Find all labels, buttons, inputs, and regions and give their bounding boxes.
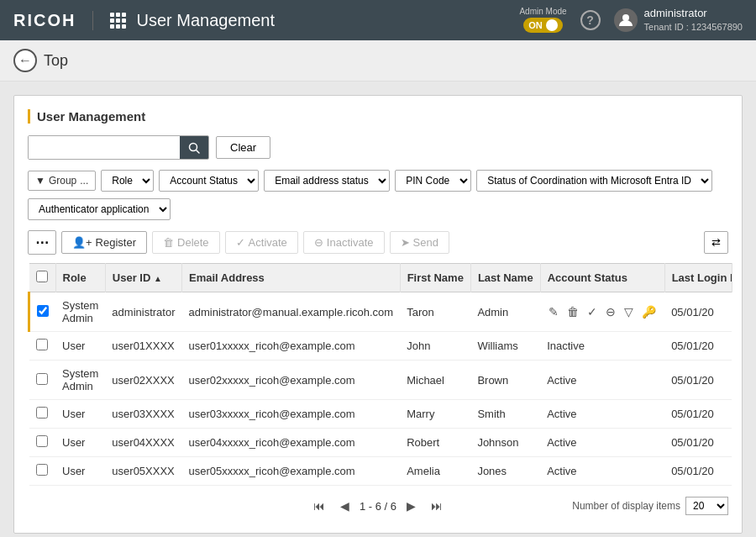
- row-checkbox[interactable]: [37, 305, 49, 317]
- toggle-circle: [546, 19, 558, 31]
- table-row: System Adminadministratoradministrator@m…: [29, 292, 732, 332]
- admin-mode-toggle[interactable]: ON: [523, 18, 563, 33]
- table-row: Useruser01XXXXuser01xxxxx_ricoh@example.…: [29, 332, 732, 361]
- col-email[interactable]: Email Address: [181, 264, 400, 292]
- row-actions: ✎🗑✓⊖▽🔑: [547, 303, 658, 320]
- cell-account-status: Inactive: [540, 332, 664, 361]
- cell-account-status: Active: [540, 400, 664, 429]
- more-button[interactable]: ⋯: [28, 230, 56, 255]
- delete-icon[interactable]: 🗑: [565, 303, 580, 320]
- filter-row-2: Authenticator application: [28, 198, 728, 220]
- filter-coordination[interactable]: Status of Coordination with Microsoft En…: [476, 170, 712, 192]
- activate-button[interactable]: ✓ Activate: [225, 231, 298, 254]
- last-page-button[interactable]: ⏭: [426, 496, 448, 516]
- cell-last-login: 05/01/20: [664, 361, 732, 400]
- first-page-button[interactable]: ⏮: [308, 496, 330, 516]
- display-items-label: Number of display items: [572, 500, 680, 512]
- col-userid[interactable]: User ID ▲: [105, 264, 181, 292]
- col-firstname[interactable]: First Name: [400, 264, 470, 292]
- filter-pin-code[interactable]: PIN Code: [395, 170, 471, 192]
- cell-lastname[interactable]: Jones: [470, 457, 540, 486]
- col-account-status[interactable]: Account Status: [540, 264, 664, 292]
- cell-firstname[interactable]: Michael: [400, 361, 470, 400]
- register-button[interactable]: 👤+ Register: [61, 231, 147, 254]
- cell-email: user01xxxxx_ricoh@example.com: [181, 332, 400, 361]
- cell-role: User: [55, 332, 105, 361]
- filter-role[interactable]: Role: [101, 170, 154, 192]
- user-table: Role User ID ▲ Email Address First Name …: [28, 263, 732, 486]
- breadcrumb: ← Top: [0, 40, 756, 82]
- search-input[interactable]: [29, 136, 180, 159]
- breadcrumb-top: Top: [44, 52, 68, 70]
- activate-icon[interactable]: ✓: [585, 303, 599, 320]
- filter-account-status[interactable]: Account Status: [159, 170, 259, 192]
- cell-email: user02xxxxx_ricoh@example.com: [181, 361, 400, 400]
- search-input-wrap: [28, 135, 209, 160]
- col-role[interactable]: Role: [55, 264, 105, 292]
- row-checkbox[interactable]: [36, 464, 48, 476]
- register-label: Register: [96, 236, 136, 249]
- cell-email: user03xxxxx_ricoh@example.com: [181, 400, 400, 429]
- cell-firstname: John: [400, 332, 470, 361]
- send-button[interactable]: ➤ Send: [390, 231, 449, 254]
- action-bar: ⋯ 👤+ Register 🗑 Delete ✓ Activate ⊖ Inac…: [28, 230, 728, 255]
- table-row: Useruser05XXXXuser05xxxxx_ricoh@example.…: [29, 457, 732, 486]
- cell-last-login: 05/01/20: [664, 332, 732, 361]
- inactivate-button[interactable]: ⊖ Inactivate: [303, 231, 385, 254]
- row-checkbox[interactable]: [36, 407, 48, 419]
- cell-userid: user01XXXX: [105, 332, 181, 361]
- table-row: Useruser04XXXXuser04xxxxx_ricoh@example.…: [29, 429, 732, 457]
- cell-role: User: [55, 457, 105, 486]
- back-button[interactable]: ←: [13, 49, 37, 72]
- cell-email: user05xxxxx_ricoh@example.com: [181, 457, 400, 486]
- inactivate-label: Inactivate: [327, 236, 374, 249]
- filter-group[interactable]: ▼ Group ...: [28, 171, 96, 191]
- table-row: System Adminuser02XXXXuser02xxxxx_ricoh@…: [29, 361, 732, 400]
- help-icon[interactable]: ?: [580, 10, 601, 30]
- cell-userid: administrator: [105, 292, 181, 332]
- table-header-row: Role User ID ▲ Email Address First Name …: [29, 264, 732, 292]
- page-header-title: User Management: [136, 11, 519, 30]
- activate-label: Activate: [249, 236, 287, 249]
- col-checkbox: [29, 264, 56, 292]
- main-content: User Management Clear ▼ Group ...: [0, 82, 756, 537]
- section-title: User Management: [28, 109, 728, 124]
- next-page-button[interactable]: ▶: [402, 496, 421, 516]
- col-lastname[interactable]: Last Name: [470, 264, 540, 292]
- tenant-id: Tenant ID : 1234567890: [644, 21, 743, 34]
- filter-email-status[interactable]: Email address status: [264, 170, 390, 192]
- search-button[interactable]: [180, 136, 208, 159]
- inactivate-icon[interactable]: ⊖: [604, 303, 617, 320]
- table-row: Useruser03XXXXuser03xxxxx_ricoh@example.…: [29, 400, 732, 429]
- clear-button[interactable]: Clear: [216, 136, 270, 159]
- delete-button[interactable]: 🗑 Delete: [152, 231, 220, 254]
- grid-icon[interactable]: [110, 13, 126, 29]
- cell-account-status: Active: [540, 457, 664, 486]
- delete-label: Delete: [177, 236, 209, 249]
- svg-line-2: [197, 150, 200, 153]
- cell-firstname[interactable]: Taron: [400, 292, 470, 332]
- filter-row-1: ▼ Group ... Role Account Status Email ad…: [28, 170, 728, 192]
- display-count-select[interactable]: 20 50 100: [685, 497, 728, 515]
- cell-lastname[interactable]: Johnson: [470, 429, 540, 457]
- key-icon[interactable]: 🔑: [640, 303, 658, 320]
- filter-view-button[interactable]: ⇄: [704, 231, 728, 254]
- row-checkbox[interactable]: [36, 339, 48, 350]
- cell-role: System Admin: [55, 292, 105, 332]
- row-checkbox[interactable]: [36, 435, 48, 447]
- select-all-checkbox[interactable]: [36, 271, 48, 282]
- cell-userid: user05XXXX: [105, 457, 181, 486]
- col-last-login[interactable]: Last Login Date/Time: [664, 264, 732, 292]
- admin-mode-label: Admin Mode: [519, 7, 566, 16]
- admin-mode-block: Admin Mode ON: [519, 7, 566, 33]
- cell-firstname: Amelia: [400, 457, 470, 486]
- cell-lastname: Brown: [470, 361, 540, 400]
- filter-icon[interactable]: ▽: [622, 303, 635, 320]
- row-checkbox[interactable]: [36, 373, 48, 385]
- prev-page-button[interactable]: ◀: [335, 496, 354, 516]
- pagination-bar: ⏮ ◀ 1 - 6 / 6 ▶ ⏭ Number of display item…: [28, 486, 728, 519]
- cell-role: System Admin: [55, 361, 105, 400]
- send-label: Send: [413, 236, 438, 249]
- filter-authenticator[interactable]: Authenticator application: [28, 198, 171, 220]
- edit-icon[interactable]: ✎: [547, 303, 560, 320]
